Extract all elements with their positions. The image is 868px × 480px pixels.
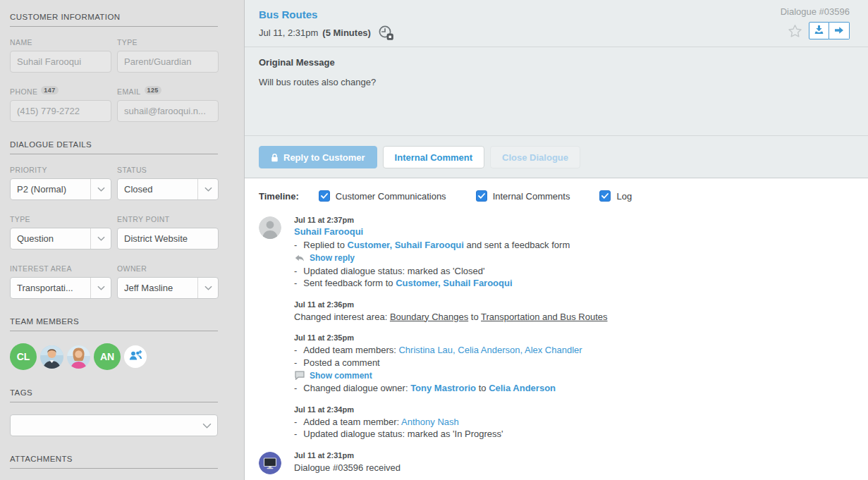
dialogue-type-field-group: TYPE Question xyxy=(10,215,111,250)
timeline-entry: Jul 11 at 2:31pm Dialogue #03596 receive… xyxy=(259,451,854,474)
interest-area-select[interactable]: Transportati... xyxy=(10,277,111,299)
internal-comment-button[interactable]: Internal Comment xyxy=(383,146,485,168)
dialogue-type-label: TYPE xyxy=(10,215,111,223)
attachments-heading: ATTACHMENTS xyxy=(10,455,218,469)
dialogue-details-section: DIALOGUE DETAILS PRIORITY P2 (Normal) ST… xyxy=(10,140,218,299)
entry-line: Updated dialogue status: marked as 'Clos… xyxy=(294,265,854,278)
dialogue-title[interactable]: Bus Routes xyxy=(259,8,854,20)
entry-line: Changed dialogue owner: Tony Mastrorio t… xyxy=(294,382,854,395)
chevron-down-icon xyxy=(90,228,111,249)
reply-to-customer-button[interactable]: Reply to Customer xyxy=(259,146,377,168)
dialogue-id: Dialogue #03596 xyxy=(781,6,850,17)
owner-select[interactable]: Jeff Masline xyxy=(117,277,219,299)
reply-icon xyxy=(295,254,305,262)
phone-field-group: PHONE 147 xyxy=(10,87,111,122)
owner-label: OWNER xyxy=(117,264,219,273)
show-comment-toggle[interactable]: Show comment xyxy=(295,371,854,381)
entry-line: Replied to Customer, Suhail Farooqui and… xyxy=(294,239,854,252)
team-members-links[interactable]: Christina Lau, Celia Anderson, Alex Chan… xyxy=(398,345,582,355)
phone-label: PHONE 147 xyxy=(10,87,111,96)
dialogue-details-heading: DIALOGUE DETAILS xyxy=(10,140,218,154)
entry-line: Changed interest area: Boundary Changes … xyxy=(294,311,854,324)
filter-internal-comments[interactable]: Internal Comments xyxy=(476,190,570,202)
interest-area-to: Transportation and Bus Routes xyxy=(481,312,607,322)
timeline: Timeline: Customer Communications Intern… xyxy=(245,178,868,480)
timeline-entry: Jul 11 at 2:34pm Added a team member: An… xyxy=(259,405,854,441)
name-label: NAME xyxy=(10,38,111,47)
name-field[interactable] xyxy=(10,51,111,73)
entry-timestamp: Jul 11 at 2:36pm xyxy=(294,300,854,309)
dialogue-header-right: Dialogue #03596 xyxy=(781,6,850,39)
filter-customer-communications[interactable]: Customer Communications xyxy=(319,190,446,202)
add-team-member-icon xyxy=(129,350,142,364)
add-team-member-button[interactable] xyxy=(124,345,147,368)
attachments-section: ATTACHMENTS xyxy=(10,455,218,469)
status-field-group: STATUS Closed xyxy=(117,166,219,200)
checkbox-checked[interactable] xyxy=(599,190,611,202)
chevron-down-icon xyxy=(197,179,218,199)
entry-point-field[interactable] xyxy=(117,228,219,250)
download-button[interactable] xyxy=(809,22,829,39)
priority-select[interactable]: P2 (Normal) xyxy=(10,178,111,200)
close-dialogue-button[interactable]: Close Dialogue xyxy=(490,146,580,168)
customer-information-heading: CUSTOMER INFORMATION xyxy=(10,13,218,27)
dialogue-meta: Jul 11, 2:31pm (5 Minutes) xyxy=(259,25,854,41)
phone-field[interactable] xyxy=(10,100,111,122)
customer-link[interactable]: Customer, Suhail Farooqui xyxy=(348,240,464,250)
tags-select[interactable] xyxy=(10,414,218,436)
interest-area-label: INTEREST AREA xyxy=(10,264,111,273)
dialogue-header: Bus Routes Jul 11, 2:31pm (5 Minutes) Di… xyxy=(245,0,868,47)
checkbox-checked[interactable] xyxy=(476,190,487,202)
owner-from-link[interactable]: Tony Mastrorio xyxy=(410,383,476,393)
avatar[interactable]: CL xyxy=(10,343,37,370)
entry-timestamp: Jul 11 at 2:34pm xyxy=(294,405,854,414)
sidebar: CUSTOMER INFORMATION NAME TYPE PHONE 147 xyxy=(0,0,245,480)
interest-area-from: Boundary Changes xyxy=(390,312,468,322)
team-member-link[interactable]: Anthony Nash xyxy=(401,417,459,427)
timeline-filters: Timeline: Customer Communications Intern… xyxy=(259,190,854,202)
status-select[interactable]: Closed xyxy=(117,178,219,200)
entry-point-label: ENTRY POINT xyxy=(117,215,219,223)
action-buttons: Reply to Customer Internal Comment Close… xyxy=(245,136,868,178)
team-members-avatars: CL AN xyxy=(10,343,218,370)
chevron-down-icon xyxy=(90,179,111,199)
clock-duration-icon xyxy=(378,25,395,41)
email-field-group: EMAIL 125 xyxy=(117,87,219,122)
customer-type-label: TYPE xyxy=(117,38,219,47)
entry-line: Updated dialogue status: marked as 'In P… xyxy=(294,428,854,441)
customer-link[interactable]: Customer, Suhail Farooqui xyxy=(396,278,512,288)
header-icon-buttons xyxy=(809,22,850,39)
checkbox-checked[interactable] xyxy=(319,190,330,202)
owner-to-link[interactable]: Celia Anderson xyxy=(489,383,556,393)
chevron-down-icon xyxy=(90,278,111,298)
monitor-icon xyxy=(259,452,281,474)
entry-point-field-group: ENTRY POINT xyxy=(117,215,219,250)
entry-line: Added team members: Christina Lau, Celia… xyxy=(294,344,854,357)
dialogue-top-band: Bus Routes Jul 11, 2:31pm (5 Minutes) Di… xyxy=(245,0,868,178)
person-icon xyxy=(259,216,281,239)
star-icon[interactable] xyxy=(788,24,802,38)
avatar[interactable] xyxy=(67,345,90,369)
customer-information-section: CUSTOMER INFORMATION NAME TYPE PHONE 147 xyxy=(10,13,218,122)
entry-author-link[interactable]: Suhail Farooqui xyxy=(294,226,854,237)
name-field-group: NAME xyxy=(10,38,111,73)
original-message-heading: Original Message xyxy=(259,57,854,68)
dialogue-type-select[interactable]: Question xyxy=(10,228,111,250)
forward-button[interactable] xyxy=(829,22,850,39)
show-reply-toggle[interactable]: Show reply xyxy=(295,253,854,263)
interest-area-field-group: INTEREST AREA Transportati... xyxy=(10,264,111,299)
avatar[interactable] xyxy=(40,345,63,369)
main-panel: Bus Routes Jul 11, 2:31pm (5 Minutes) Di… xyxy=(245,0,868,480)
comment-icon xyxy=(295,371,305,380)
entry-line: Added a team member: Anthony Nash xyxy=(294,416,854,429)
avatar[interactable]: AN xyxy=(94,343,121,370)
customer-type-field[interactable] xyxy=(117,51,219,73)
forward-icon xyxy=(834,25,844,37)
dialogue-duration: (5 Minutes) xyxy=(322,27,371,38)
email-field[interactable] xyxy=(117,100,219,122)
chevron-down-icon xyxy=(197,278,218,298)
filter-log[interactable]: Log xyxy=(599,190,632,202)
email-label: EMAIL 125 xyxy=(117,87,219,96)
entry-timestamp: Jul 11 at 2:37pm xyxy=(294,216,854,224)
entry-line: Sent feedback form to Customer, Suhail F… xyxy=(294,277,854,290)
